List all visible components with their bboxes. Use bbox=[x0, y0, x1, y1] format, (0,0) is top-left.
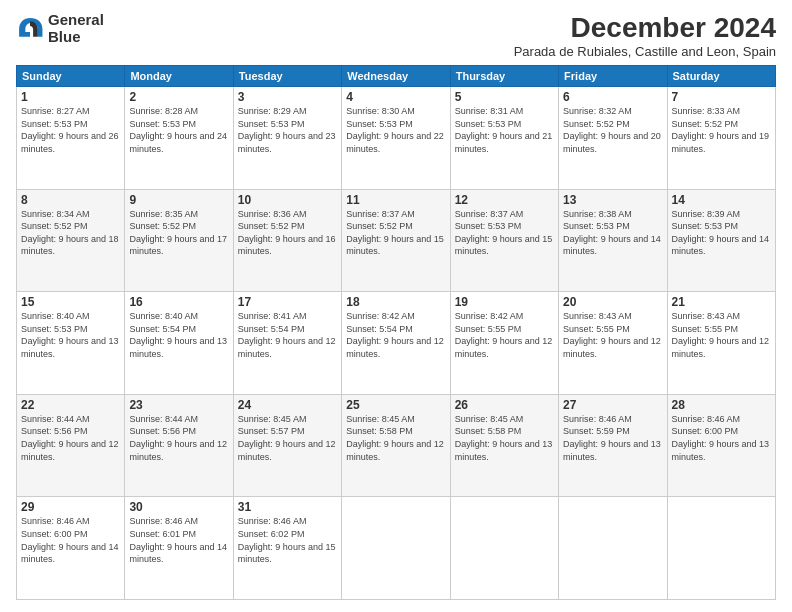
table-cell: 4Sunrise: 8:30 AMSunset: 5:53 PMDaylight… bbox=[342, 87, 450, 190]
day-info: Sunrise: 8:43 AMSunset: 5:55 PMDaylight:… bbox=[672, 310, 771, 360]
day-number: 2 bbox=[129, 90, 228, 104]
table-cell bbox=[342, 497, 450, 600]
day-info: Sunrise: 8:40 AMSunset: 5:54 PMDaylight:… bbox=[129, 310, 228, 360]
col-saturday: Saturday bbox=[667, 66, 775, 87]
day-info: Sunrise: 8:45 AMSunset: 5:58 PMDaylight:… bbox=[455, 413, 554, 463]
table-cell: 8Sunrise: 8:34 AMSunset: 5:52 PMDaylight… bbox=[17, 189, 125, 292]
day-number: 17 bbox=[238, 295, 337, 309]
table-cell bbox=[450, 497, 558, 600]
day-info: Sunrise: 8:36 AMSunset: 5:52 PMDaylight:… bbox=[238, 208, 337, 258]
table-cell: 11Sunrise: 8:37 AMSunset: 5:52 PMDayligh… bbox=[342, 189, 450, 292]
week-row-1: 1Sunrise: 8:27 AMSunset: 5:53 PMDaylight… bbox=[17, 87, 776, 190]
table-cell: 15Sunrise: 8:40 AMSunset: 5:53 PMDayligh… bbox=[17, 292, 125, 395]
day-info: Sunrise: 8:42 AMSunset: 5:54 PMDaylight:… bbox=[346, 310, 445, 360]
day-info: Sunrise: 8:28 AMSunset: 5:53 PMDaylight:… bbox=[129, 105, 228, 155]
table-cell: 5Sunrise: 8:31 AMSunset: 5:53 PMDaylight… bbox=[450, 87, 558, 190]
header: General Blue December 2024 Parada de Rub… bbox=[16, 12, 776, 59]
day-info: Sunrise: 8:46 AMSunset: 6:00 PMDaylight:… bbox=[21, 515, 120, 565]
col-sunday: Sunday bbox=[17, 66, 125, 87]
day-number: 3 bbox=[238, 90, 337, 104]
page: General Blue December 2024 Parada de Rub… bbox=[0, 0, 792, 612]
day-info: Sunrise: 8:31 AMSunset: 5:53 PMDaylight:… bbox=[455, 105, 554, 155]
col-monday: Monday bbox=[125, 66, 233, 87]
day-number: 13 bbox=[563, 193, 662, 207]
day-number: 10 bbox=[238, 193, 337, 207]
day-info: Sunrise: 8:46 AMSunset: 6:00 PMDaylight:… bbox=[672, 413, 771, 463]
day-number: 12 bbox=[455, 193, 554, 207]
col-friday: Friday bbox=[559, 66, 667, 87]
day-number: 15 bbox=[21, 295, 120, 309]
day-info: Sunrise: 8:34 AMSunset: 5:52 PMDaylight:… bbox=[21, 208, 120, 258]
day-number: 1 bbox=[21, 90, 120, 104]
day-info: Sunrise: 8:40 AMSunset: 5:53 PMDaylight:… bbox=[21, 310, 120, 360]
day-number: 25 bbox=[346, 398, 445, 412]
day-number: 26 bbox=[455, 398, 554, 412]
day-number: 5 bbox=[455, 90, 554, 104]
day-number: 4 bbox=[346, 90, 445, 104]
table-cell: 25Sunrise: 8:45 AMSunset: 5:58 PMDayligh… bbox=[342, 394, 450, 497]
day-info: Sunrise: 8:30 AMSunset: 5:53 PMDaylight:… bbox=[346, 105, 445, 155]
day-info: Sunrise: 8:41 AMSunset: 5:54 PMDaylight:… bbox=[238, 310, 337, 360]
logo: General Blue bbox=[16, 12, 104, 45]
day-info: Sunrise: 8:29 AMSunset: 5:53 PMDaylight:… bbox=[238, 105, 337, 155]
day-number: 20 bbox=[563, 295, 662, 309]
table-cell: 12Sunrise: 8:37 AMSunset: 5:53 PMDayligh… bbox=[450, 189, 558, 292]
day-number: 22 bbox=[21, 398, 120, 412]
day-info: Sunrise: 8:43 AMSunset: 5:55 PMDaylight:… bbox=[563, 310, 662, 360]
day-info: Sunrise: 8:46 AMSunset: 6:02 PMDaylight:… bbox=[238, 515, 337, 565]
day-info: Sunrise: 8:33 AMSunset: 5:52 PMDaylight:… bbox=[672, 105, 771, 155]
day-number: 9 bbox=[129, 193, 228, 207]
day-number: 21 bbox=[672, 295, 771, 309]
title-block: December 2024 Parada de Rubiales, Castil… bbox=[514, 12, 776, 59]
table-cell: 19Sunrise: 8:42 AMSunset: 5:55 PMDayligh… bbox=[450, 292, 558, 395]
table-cell: 26Sunrise: 8:45 AMSunset: 5:58 PMDayligh… bbox=[450, 394, 558, 497]
logo-text: General Blue bbox=[48, 12, 104, 45]
day-number: 27 bbox=[563, 398, 662, 412]
day-info: Sunrise: 8:44 AMSunset: 5:56 PMDaylight:… bbox=[21, 413, 120, 463]
table-cell: 3Sunrise: 8:29 AMSunset: 5:53 PMDaylight… bbox=[233, 87, 341, 190]
day-info: Sunrise: 8:46 AMSunset: 6:01 PMDaylight:… bbox=[129, 515, 228, 565]
day-number: 19 bbox=[455, 295, 554, 309]
table-cell bbox=[559, 497, 667, 600]
day-number: 7 bbox=[672, 90, 771, 104]
day-number: 16 bbox=[129, 295, 228, 309]
table-cell: 1Sunrise: 8:27 AMSunset: 5:53 PMDaylight… bbox=[17, 87, 125, 190]
table-cell bbox=[667, 497, 775, 600]
table-cell: 16Sunrise: 8:40 AMSunset: 5:54 PMDayligh… bbox=[125, 292, 233, 395]
header-row: Sunday Monday Tuesday Wednesday Thursday… bbox=[17, 66, 776, 87]
day-info: Sunrise: 8:27 AMSunset: 5:53 PMDaylight:… bbox=[21, 105, 120, 155]
col-thursday: Thursday bbox=[450, 66, 558, 87]
day-info: Sunrise: 8:45 AMSunset: 5:58 PMDaylight:… bbox=[346, 413, 445, 463]
day-info: Sunrise: 8:35 AMSunset: 5:52 PMDaylight:… bbox=[129, 208, 228, 258]
table-cell: 9Sunrise: 8:35 AMSunset: 5:52 PMDaylight… bbox=[125, 189, 233, 292]
table-cell: 17Sunrise: 8:41 AMSunset: 5:54 PMDayligh… bbox=[233, 292, 341, 395]
day-info: Sunrise: 8:38 AMSunset: 5:53 PMDaylight:… bbox=[563, 208, 662, 258]
day-number: 28 bbox=[672, 398, 771, 412]
table-cell: 7Sunrise: 8:33 AMSunset: 5:52 PMDaylight… bbox=[667, 87, 775, 190]
col-wednesday: Wednesday bbox=[342, 66, 450, 87]
logo-icon bbox=[16, 15, 44, 43]
table-cell: 31Sunrise: 8:46 AMSunset: 6:02 PMDayligh… bbox=[233, 497, 341, 600]
day-number: 24 bbox=[238, 398, 337, 412]
subtitle: Parada de Rubiales, Castille and Leon, S… bbox=[514, 44, 776, 59]
col-tuesday: Tuesday bbox=[233, 66, 341, 87]
day-number: 30 bbox=[129, 500, 228, 514]
table-cell: 29Sunrise: 8:46 AMSunset: 6:00 PMDayligh… bbox=[17, 497, 125, 600]
day-number: 6 bbox=[563, 90, 662, 104]
table-cell: 30Sunrise: 8:46 AMSunset: 6:01 PMDayligh… bbox=[125, 497, 233, 600]
day-info: Sunrise: 8:37 AMSunset: 5:52 PMDaylight:… bbox=[346, 208, 445, 258]
table-cell: 21Sunrise: 8:43 AMSunset: 5:55 PMDayligh… bbox=[667, 292, 775, 395]
table-cell: 6Sunrise: 8:32 AMSunset: 5:52 PMDaylight… bbox=[559, 87, 667, 190]
day-info: Sunrise: 8:45 AMSunset: 5:57 PMDaylight:… bbox=[238, 413, 337, 463]
table-cell: 28Sunrise: 8:46 AMSunset: 6:00 PMDayligh… bbox=[667, 394, 775, 497]
table-cell: 22Sunrise: 8:44 AMSunset: 5:56 PMDayligh… bbox=[17, 394, 125, 497]
week-row-2: 8Sunrise: 8:34 AMSunset: 5:52 PMDaylight… bbox=[17, 189, 776, 292]
table-cell: 18Sunrise: 8:42 AMSunset: 5:54 PMDayligh… bbox=[342, 292, 450, 395]
day-info: Sunrise: 8:42 AMSunset: 5:55 PMDaylight:… bbox=[455, 310, 554, 360]
day-info: Sunrise: 8:44 AMSunset: 5:56 PMDaylight:… bbox=[129, 413, 228, 463]
week-row-5: 29Sunrise: 8:46 AMSunset: 6:00 PMDayligh… bbox=[17, 497, 776, 600]
day-number: 18 bbox=[346, 295, 445, 309]
day-info: Sunrise: 8:32 AMSunset: 5:52 PMDaylight:… bbox=[563, 105, 662, 155]
day-info: Sunrise: 8:39 AMSunset: 5:53 PMDaylight:… bbox=[672, 208, 771, 258]
week-row-4: 22Sunrise: 8:44 AMSunset: 5:56 PMDayligh… bbox=[17, 394, 776, 497]
